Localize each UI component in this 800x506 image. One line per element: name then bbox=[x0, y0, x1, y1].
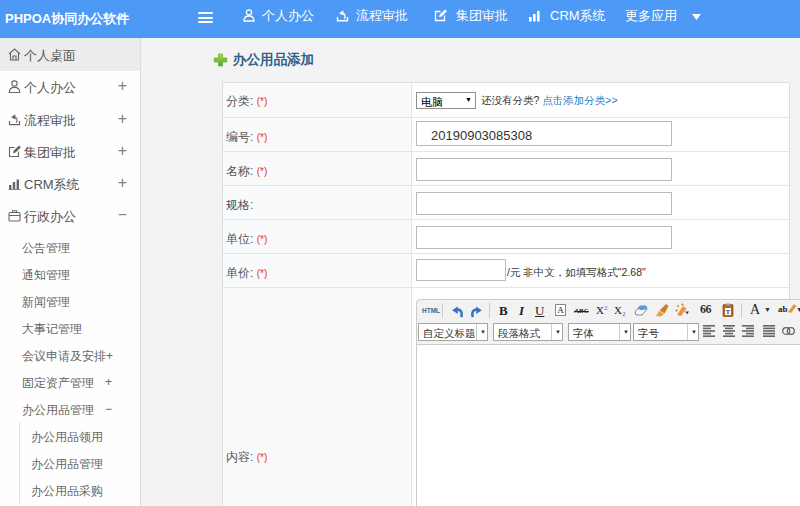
svg-text:T: T bbox=[726, 308, 731, 315]
